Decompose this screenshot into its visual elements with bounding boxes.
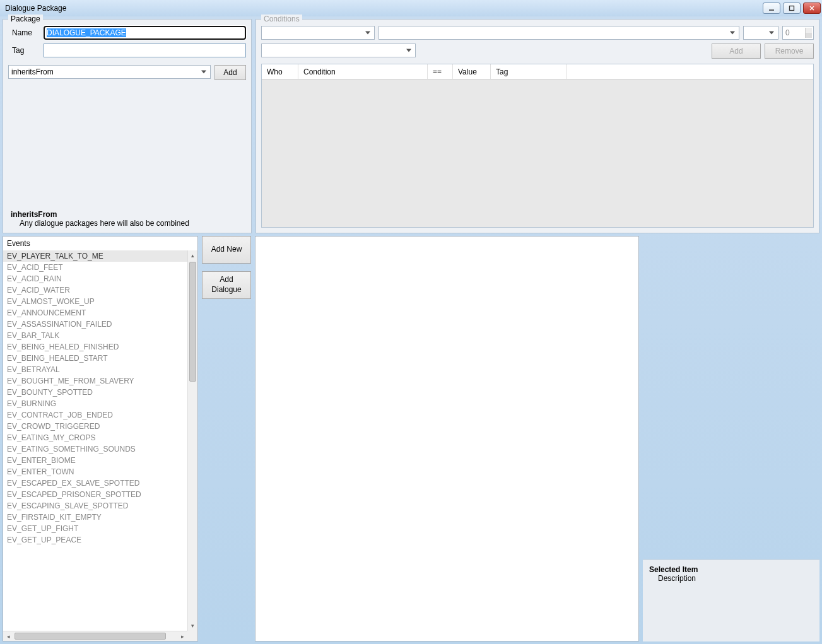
event-item[interactable]: EV_CROWD_TRIGGERED bbox=[3, 421, 187, 432]
event-item[interactable]: EV_ESCAPED_PRISONER_SPOTTED bbox=[3, 489, 187, 500]
condition-who-combo[interactable] bbox=[261, 26, 375, 40]
col-tag[interactable]: Tag bbox=[491, 64, 567, 79]
event-item[interactable]: EV_ESCAPED_EX_SLAVE_SPOTTED bbox=[3, 477, 187, 489]
selected-item-title: Selected Item bbox=[649, 565, 813, 574]
col-condition[interactable]: Condition bbox=[298, 64, 428, 79]
scroll-down-icon[interactable]: ▾ bbox=[188, 621, 197, 631]
event-item[interactable]: EV_ACID_WATER bbox=[3, 284, 187, 296]
window-title: Dialogue Package bbox=[5, 4, 763, 13]
event-item[interactable]: EV_PLAYER_TALK_TO_ME bbox=[3, 250, 187, 262]
event-item[interactable]: EV_ACID_RAIN bbox=[3, 273, 187, 284]
event-item[interactable]: EV_BOUGHT_ME_FROM_SLAVERY bbox=[3, 375, 187, 387]
event-item[interactable]: EV_GET_UP_FIGHT bbox=[3, 523, 187, 534]
event-item[interactable]: EV_BEING_HEALED_START bbox=[3, 353, 187, 364]
package-legend: Package bbox=[8, 15, 43, 23]
name-label: Name bbox=[8, 28, 38, 37]
hscroll-thumb[interactable] bbox=[15, 633, 166, 640]
events-hscrollbar[interactable]: ◂ ▸ bbox=[3, 631, 187, 641]
right-column: Selected Item Description bbox=[643, 236, 819, 641]
events-panel: Events EV_PLAYER_TALK_TO_MEEV_ACID_FEETE… bbox=[3, 236, 198, 641]
events-list[interactable]: EV_PLAYER_TALK_TO_MEEV_ACID_FEETEV_ACID_… bbox=[3, 250, 187, 631]
event-item[interactable]: EV_CONTRACT_JOB_ENDED bbox=[3, 409, 187, 421]
event-item[interactable]: EV_BETRAYAL bbox=[3, 364, 187, 375]
inherits-description: inheritsFrom Any dialogue packages here … bbox=[8, 209, 246, 228]
titlebar: Dialogue Package bbox=[0, 0, 822, 16]
col-op[interactable]: == bbox=[428, 64, 453, 79]
conditions-table-body[interactable] bbox=[262, 79, 813, 227]
tag-label: Tag bbox=[8, 46, 38, 55]
scroll-up-icon[interactable]: ▴ bbox=[188, 250, 197, 261]
event-item[interactable]: EV_ALMOST_WOKE_UP bbox=[3, 296, 187, 307]
dialogue-content-panel[interactable] bbox=[255, 236, 639, 641]
condition-type-combo[interactable] bbox=[379, 26, 739, 40]
col-spacer bbox=[567, 64, 813, 79]
add-new-button[interactable]: Add New bbox=[202, 236, 251, 264]
condition-add-button[interactable]: Add bbox=[712, 44, 761, 59]
conditions-group: Conditions 0 Add Remove Who Condi bbox=[255, 19, 819, 233]
inherits-desc-title: inheritsFrom bbox=[11, 210, 244, 219]
event-item[interactable]: EV_GET_UP_PEACE bbox=[3, 534, 187, 546]
conditions-table[interactable]: Who Condition == Value Tag bbox=[261, 64, 814, 228]
event-item[interactable]: EV_BEING_HEALED_FINISHED bbox=[3, 341, 187, 353]
tag-input[interactable] bbox=[44, 44, 246, 57]
col-value[interactable]: Value bbox=[453, 64, 491, 79]
inherits-combo[interactable]: inheritsFrom bbox=[8, 65, 211, 79]
condition-remove-button[interactable]: Remove bbox=[765, 44, 814, 59]
event-item[interactable]: EV_ENTER_TOWN bbox=[3, 466, 187, 477]
col-who[interactable]: Who bbox=[262, 64, 298, 79]
event-item[interactable]: EV_ENTER_BIOME bbox=[3, 455, 187, 466]
add-dialogue-button[interactable]: Add Dialogue bbox=[202, 271, 251, 299]
selected-item-desc: Description bbox=[649, 574, 813, 583]
vscroll-thumb[interactable] bbox=[189, 262, 196, 382]
inherits-list[interactable] bbox=[8, 83, 246, 205]
event-item[interactable]: EV_ACID_FEET bbox=[3, 262, 187, 273]
scroll-right-icon[interactable]: ▸ bbox=[177, 631, 187, 641]
event-item[interactable]: EV_BOUNTY_SPOTTED bbox=[3, 387, 187, 398]
inherits-desc-body: Any dialogue packages here will also be … bbox=[11, 219, 244, 228]
event-item[interactable]: EV_EATING_MY_CROPS bbox=[3, 432, 187, 443]
conditions-table-header: Who Condition == Value Tag bbox=[262, 64, 813, 79]
condition-op-combo[interactable] bbox=[743, 26, 778, 40]
event-item[interactable]: EV_FIRSTAID_KIT_EMPTY bbox=[3, 512, 187, 523]
event-item[interactable]: EV_ASSASSINATION_FAILED bbox=[3, 319, 187, 330]
package-group: Package Name Tag inheritsFrom Add bbox=[3, 19, 252, 233]
close-button[interactable] bbox=[803, 3, 821, 14]
svg-rect-1 bbox=[790, 6, 794, 11]
name-input[interactable] bbox=[44, 26, 246, 40]
event-item[interactable]: EV_EATING_SOMETHING_SOUNDS bbox=[3, 443, 187, 455]
inherits-combo-label: inheritsFrom bbox=[11, 67, 54, 76]
inherits-add-button[interactable]: Add bbox=[214, 65, 246, 80]
maximize-button[interactable] bbox=[783, 3, 801, 14]
minimize-button[interactable] bbox=[763, 3, 780, 14]
event-item[interactable]: EV_ANNOUNCEMENT bbox=[3, 307, 187, 319]
scroll-left-icon[interactable]: ◂ bbox=[3, 631, 13, 641]
event-buttons-column: Add New Add Dialogue bbox=[202, 236, 251, 641]
condition-value-spinner[interactable]: 0 bbox=[782, 26, 814, 40]
condition-tag-combo[interactable] bbox=[261, 44, 416, 57]
events-vscrollbar[interactable]: ▴ ▾ bbox=[187, 250, 197, 631]
event-item[interactable]: EV_BAR_TALK bbox=[3, 330, 187, 341]
scroll-corner bbox=[187, 631, 197, 641]
selected-item-box: Selected Item Description bbox=[643, 559, 819, 641]
event-item[interactable]: EV_ESCAPING_SLAVE_SPOTTED bbox=[3, 500, 187, 512]
conditions-legend: Conditions bbox=[261, 15, 302, 23]
event-item[interactable]: EV_BURNING bbox=[3, 398, 187, 409]
events-header: Events bbox=[3, 237, 197, 250]
